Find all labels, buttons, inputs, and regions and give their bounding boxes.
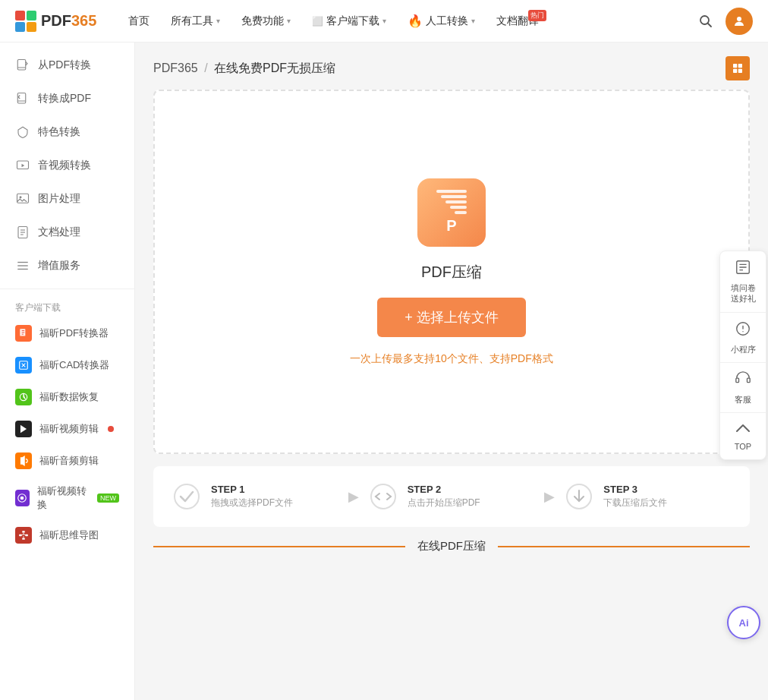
client-audio-edit[interactable]: 福昕音频剪辑 — [0, 445, 134, 477]
pdf-letter: P — [446, 217, 456, 235]
chevron-down-icon: ▾ — [216, 17, 220, 25]
step-arrow-1: ▶ — [348, 488, 359, 505]
step-3: STEP 3 下载压缩后文件 — [564, 481, 732, 512]
cad-converter-icon — [15, 357, 32, 374]
to-pdf-icon — [15, 91, 30, 106]
svg-point-2 — [737, 17, 741, 21]
step1-icon — [172, 481, 202, 512]
new-badge: NEW — [97, 493, 119, 503]
av-icon — [15, 158, 30, 173]
svg-rect-3 — [17, 60, 26, 71]
logo-text: PDF365 — [41, 12, 96, 30]
sidebar-item-value[interactable]: 增值服务 — [0, 249, 134, 282]
client-video-convert[interactable]: 福昕视频转换 NEW — [0, 477, 134, 519]
download-prefix-icon: ⬜ — [312, 16, 323, 27]
survey-label: 填问卷送好礼 — [731, 282, 756, 304]
sidebar-item-to-pdf[interactable]: 转换成PDF — [0, 82, 134, 115]
image-icon — [15, 191, 30, 207]
sidebar-item-from-pdf[interactable]: 从PDF转换 — [0, 49, 134, 82]
ai-button[interactable]: Ai — [727, 606, 760, 639]
svg-point-33 — [175, 484, 199, 509]
rp-service[interactable]: 客服 — [720, 363, 766, 413]
nav-free[interactable]: 免费功能 ▾ — [232, 8, 300, 34]
svg-rect-32 — [738, 69, 742, 73]
step1-text: STEP 1 拖拽或选择PDF文件 — [211, 484, 293, 509]
bottom-section-title: 在线PDF压缩 — [417, 539, 486, 553]
tool-label: PDF压缩 — [421, 262, 482, 282]
upload-button[interactable]: + 选择上传文件 — [377, 298, 526, 337]
svg-rect-41 — [736, 378, 739, 383]
main-content: PDF365 / 在线免费PDF无损压缩 P PDF压缩 — [135, 43, 768, 700]
audio-edit-icon — [15, 452, 32, 469]
main-nav: 首页 所有工具 ▾ 免费功能 ▾ ⬜ 客户端下载 ▾ 🔥 人工转换 ▾ 文档翻译… — [119, 8, 692, 34]
client-video-edit[interactable]: 福昕视频剪辑 — [0, 413, 134, 445]
logo[interactable]: PDF365 — [15, 11, 96, 32]
user-avatar-button[interactable] — [726, 8, 753, 35]
nav-manual[interactable]: 🔥 人工转换 ▾ — [398, 8, 484, 34]
survey-icon — [735, 259, 751, 279]
top-label: TOP — [735, 441, 751, 452]
mindmap-icon — [15, 527, 32, 544]
breadcrumb-area: PDF365 / 在线免费PDF无损压缩 — [135, 43, 768, 90]
rp-miniapp[interactable]: 小程序 — [720, 313, 766, 363]
breadcrumb-separator: / — [204, 61, 207, 74]
video-edit-icon — [15, 421, 32, 437]
special-icon — [15, 125, 30, 140]
rp-top[interactable]: TOP — [720, 413, 766, 459]
step-1: STEP 1 拖拽或选择PDF文件 — [172, 481, 339, 512]
top-right-action-icon[interactable] — [726, 56, 750, 80]
sidebar-item-special[interactable]: 特色转换 — [0, 115, 134, 149]
breadcrumb: PDF365 / 在线免费PDF无损压缩 — [153, 61, 335, 77]
chevron-down-icon: ▾ — [471, 17, 475, 25]
header-right — [692, 8, 753, 35]
sidebar-item-doc[interactable]: 文档处理 — [0, 216, 134, 249]
client-data-recovery[interactable]: 福昕数据恢复 — [0, 381, 134, 413]
chevron-down-icon: ▾ — [382, 17, 386, 25]
sidebar-divider — [0, 289, 134, 289]
sidebar: 从PDF转换 转换成PDF 特色转换 音视频转换 图片处理 — [0, 43, 135, 700]
service-label: 客服 — [735, 394, 751, 405]
doc-icon — [15, 225, 30, 240]
nav-home[interactable]: 首页 — [119, 8, 159, 34]
nav-translate[interactable]: 文档翻译 热门 — [487, 8, 548, 34]
step2-icon — [368, 481, 398, 512]
svg-point-7 — [20, 196, 22, 198]
step-2: STEP 2 点击开始压缩PDF — [368, 481, 536, 512]
step3-icon — [564, 481, 594, 512]
upload-hint: 一次上传最多支持10个文件、支持PDF格式 — [350, 352, 553, 366]
sidebar-item-image[interactable]: 图片处理 — [0, 182, 134, 216]
svg-rect-31 — [733, 69, 737, 73]
nav-download[interactable]: ⬜ 客户端下载 ▾ — [303, 8, 395, 34]
step3-text: STEP 3 下载压缩后文件 — [603, 484, 667, 509]
search-button[interactable] — [692, 8, 719, 35]
from-pdf-icon — [15, 58, 30, 73]
client-mindmap[interactable]: 福昕思维导图 — [0, 519, 134, 551]
data-recovery-icon — [15, 389, 32, 405]
svg-rect-24 — [22, 538, 25, 540]
zip-lines — [436, 190, 467, 214]
client-pdf-converter[interactable]: 福昕PDF转换器 — [0, 317, 134, 349]
sidebar-item-av[interactable]: 音视频转换 — [0, 149, 134, 182]
service-icon — [735, 370, 751, 391]
upload-area: P PDF压缩 + 选择上传文件 一次上传最多支持10个文件、支持PDF格式 — [153, 90, 750, 454]
step-arrow-2: ▶ — [544, 488, 555, 505]
svg-marker-18 — [20, 425, 27, 434]
hot-badge: 热门 — [528, 10, 546, 21]
miniapp-icon — [735, 320, 751, 341]
main-layout: 从PDF转换 转换成PDF 特色转换 音视频转换 图片处理 — [0, 43, 768, 700]
top-arrow-icon — [735, 421, 751, 438]
title-line-left — [153, 546, 405, 547]
rp-survey[interactable]: 填问卷送好礼 — [720, 251, 766, 313]
breadcrumb-current: 在线免费PDF无损压缩 — [214, 61, 335, 74]
steps-area: STEP 1 拖拽或选择PDF文件 ▶ STEP 2 点击开始压缩PDF ▶ — [153, 466, 750, 527]
svg-rect-29 — [733, 64, 737, 68]
svg-rect-30 — [738, 64, 742, 68]
svg-line-1 — [708, 23, 712, 27]
fire-icon: 🔥 — [408, 14, 423, 28]
client-cad-converter[interactable]: 福昕CAD转换器 — [0, 349, 134, 381]
nav-tools[interactable]: 所有工具 ▾ — [162, 8, 229, 34]
header: PDF365 首页 所有工具 ▾ 免费功能 ▾ ⬜ 客户端下载 ▾ 🔥 人工转换… — [0, 0, 768, 43]
title-line-right — [498, 546, 750, 547]
step2-text: STEP 2 点击开始压缩PDF — [408, 484, 480, 509]
new-dot-badge — [108, 426, 114, 432]
